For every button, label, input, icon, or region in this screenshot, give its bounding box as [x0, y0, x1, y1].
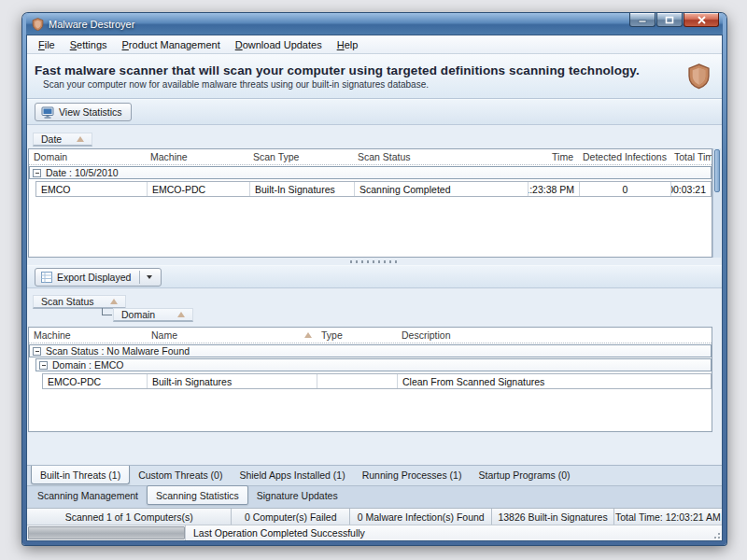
status-malware-infections: 0 Malware Infection(s) Found	[350, 509, 493, 525]
scan-status-group-row[interactable]: Scan Status : No Malware Found	[29, 344, 712, 357]
maximize-button[interactable]	[656, 13, 683, 27]
menu-file[interactable]: File	[31, 37, 63, 52]
cell-machine: EMCO-PDC	[148, 182, 250, 196]
domain-group-row[interactable]: Domain : EMCO	[35, 358, 712, 371]
sort-ascending-icon	[77, 136, 84, 142]
sort-ascending-icon	[304, 332, 312, 338]
close-button[interactable]	[684, 13, 719, 27]
column-header-total-time[interactable]: Total Time	[669, 151, 712, 162]
titlebar[interactable]: Malware Destroyer	[26, 13, 723, 35]
cell-domain: EMCO	[36, 182, 148, 196]
column-header-detected-infections[interactable]: Detected Infections	[578, 151, 669, 162]
domain-group-label: Domain : EMCO	[52, 359, 123, 371]
tab-signature-updates[interactable]: Signature Updates	[248, 486, 346, 504]
scan-statistics-grid: Domain Machine Scan Type Scan Status Tim…	[28, 148, 712, 258]
operation-message: Last Operation Completed Successfully	[185, 525, 722, 540]
view-statistics-button[interactable]: View Statistics	[35, 103, 132, 121]
banner-shield-icon	[687, 63, 711, 90]
detail-tab-strip: Built-in Threats (1) Custom Threats (0) …	[27, 465, 722, 485]
banner-subtitle: Scan your computer now for available mal…	[43, 79, 687, 90]
stats-grid-scrollbar[interactable]	[712, 148, 721, 258]
date-group-label: Date : 10/5/2010	[46, 167, 119, 178]
scan-status-group-label: Scan Status : No Malware Found	[46, 345, 190, 357]
column-header-machine[interactable]: Machine	[29, 329, 147, 341]
cell-total-time: 00:03:21	[671, 182, 711, 196]
export-displayed-label: Export Displayed	[57, 272, 131, 283]
app-shield-icon	[32, 18, 44, 31]
splitter-grip-icon	[350, 260, 399, 263]
export-grid-icon	[41, 272, 52, 283]
threats-grid: Machine Name Type Description Scan Statu…	[28, 327, 712, 432]
tab-startup-programs[interactable]: Startup Programs (0)	[470, 466, 578, 483]
threats-grid-header: Machine Name Type Description	[29, 328, 712, 343]
export-toolbar: Export Displayed	[27, 265, 722, 288]
status-computers-failed: 0 Computer(s) Failed	[232, 509, 349, 525]
date-group-row[interactable]: Date : 10/5/2010	[29, 166, 712, 179]
panel-splitter[interactable]	[27, 258, 722, 265]
column-header-scan-status[interactable]: Scan Status	[353, 151, 527, 162]
group-by-date-chip[interactable]: Date	[33, 133, 92, 147]
minimize-icon	[638, 16, 647, 23]
status-built-in-signatures: 13826 Built-in Signatures	[492, 509, 613, 525]
sort-ascending-icon	[177, 312, 185, 317]
column-header-name[interactable]: Name	[147, 329, 317, 341]
menu-bar: File Settings Product Management Downloa…	[27, 35, 722, 54]
group-by-domain-chip[interactable]: Domain	[113, 308, 193, 322]
cell-name: Built-in Signatures	[148, 374, 317, 388]
tab-scanning-statistics[interactable]: Scanning Statistics	[147, 485, 248, 505]
menu-download-updates[interactable]: Download Updates	[228, 37, 330, 52]
resize-grip[interactable]	[712, 530, 720, 539]
cell-scan-status: Scanning Completed	[355, 182, 529, 196]
progress-bar	[28, 526, 185, 539]
status-scanned-computers: Scanned 1 of 1 Computers(s)	[27, 509, 232, 525]
threat-result-row[interactable]: EMCO-PDC Built-in Signatures Clean From …	[42, 373, 712, 389]
maximize-icon	[665, 16, 674, 24]
minimize-button[interactable]	[629, 13, 655, 27]
tab-running-processes[interactable]: Running Processes (1)	[354, 466, 471, 483]
banner-title: Fast malware scanner that will scan your…	[35, 63, 687, 77]
tab-custom-threats[interactable]: Custom Threats (0)	[130, 466, 231, 483]
app-window: Malware Destroyer File Settings Product …	[22, 13, 726, 545]
group-by-scan-status-chip[interactable]: Scan Status	[33, 295, 126, 309]
cell-type	[317, 374, 398, 388]
cell-description: Clean From Scanned Signatures	[398, 374, 711, 388]
cell-machine: EMCO-PDC	[43, 374, 148, 388]
tab-scanning-management[interactable]: Scanning Management	[29, 486, 147, 504]
dropdown-caret-icon[interactable]	[147, 275, 152, 279]
main-tab-strip: Scanning Management Scanning Statistics …	[27, 485, 722, 508]
status-bar: Scanned 1 of 1 Computers(s) 0 Computer(s…	[27, 508, 722, 525]
column-header-type[interactable]: Type	[317, 329, 397, 341]
scan-result-row[interactable]: EMCO EMCO-PDC Built-In Signatures Scanni…	[35, 181, 712, 197]
window-title: Malware Destroyer	[49, 19, 134, 30]
menu-product-management[interactable]: Product Management	[115, 37, 228, 52]
tab-shield-apps-installed[interactable]: Shield Apps Installed (1)	[231, 466, 353, 483]
view-statistics-label: View Statistics	[59, 106, 122, 118]
menu-settings[interactable]: Settings	[63, 37, 115, 52]
cell-detected-infections: 0	[580, 182, 671, 196]
group-by-date-label: Date	[41, 133, 62, 145]
column-header-domain[interactable]: Domain	[29, 151, 146, 162]
window-content: File Settings Product Management Downloa…	[26, 35, 723, 541]
menu-help[interactable]: Help	[330, 37, 366, 52]
cell-time: 1:23:38 PM	[529, 182, 580, 196]
column-header-description[interactable]: Description	[397, 329, 712, 341]
group-by-domain-label: Domain	[121, 309, 155, 320]
sort-ascending-icon	[110, 299, 118, 304]
group-by-scan-status-label: Scan Status	[41, 296, 94, 307]
button-separator	[139, 271, 140, 284]
message-bar: Last Operation Completed Successfully	[27, 525, 722, 540]
column-header-time[interactable]: Time	[527, 151, 578, 162]
tab-built-in-threats[interactable]: Built-in Threats (1)	[31, 466, 130, 484]
monitor-icon	[41, 106, 54, 119]
status-total-time: Total Time: 12:03:21 AM	[614, 509, 722, 525]
scrollbar-thumb[interactable]	[714, 149, 720, 192]
scan-statistics-panel: Date Domain Machine Scan Type Scan Statu…	[27, 125, 722, 265]
collapse-icon[interactable]	[33, 169, 41, 177]
column-header-scan-type[interactable]: Scan Type	[248, 151, 353, 162]
collapse-icon[interactable]	[33, 347, 41, 356]
threats-panel: Scan Status Domain Machine Name Type	[27, 288, 722, 465]
collapse-icon[interactable]	[39, 361, 48, 370]
stats-grid-header: Domain Machine Scan Type Scan Status Tim…	[29, 149, 712, 165]
column-header-machine[interactable]: Machine	[146, 151, 248, 162]
export-displayed-button[interactable]: Export Displayed	[35, 268, 162, 287]
